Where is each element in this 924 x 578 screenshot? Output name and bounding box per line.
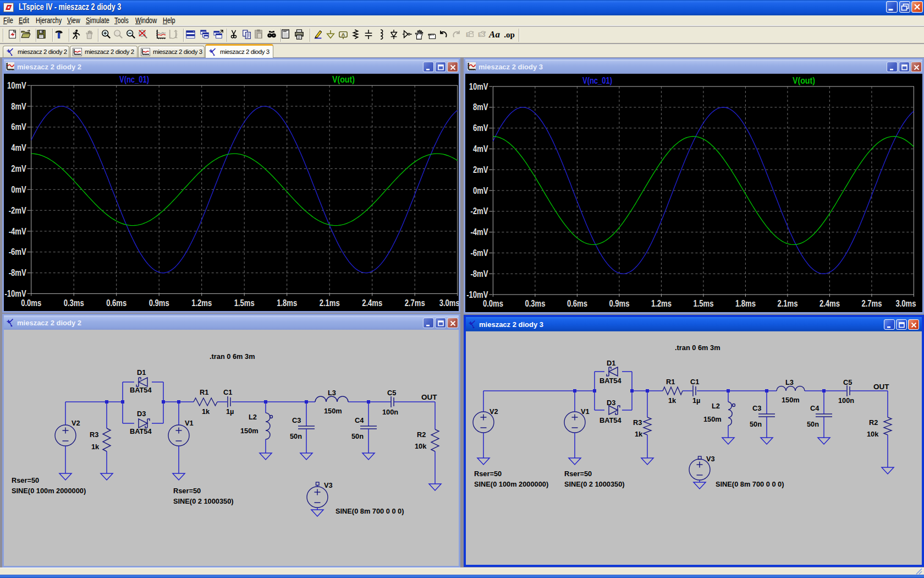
svg-text:3.0ms: 3.0ms bbox=[439, 298, 459, 308]
svg-text:1.5ms: 1.5ms bbox=[693, 299, 713, 308]
svg-text:0.3ms: 0.3ms bbox=[64, 298, 84, 308]
svg-text:C5: C5 bbox=[843, 378, 852, 386]
svg-text:1µ: 1µ bbox=[692, 396, 701, 405]
svg-text:SINE(0 100m 2000000): SINE(0 100m 2000000) bbox=[12, 487, 86, 495]
svg-text:6mV: 6mV bbox=[473, 123, 488, 133]
svg-text:10k: 10k bbox=[867, 430, 879, 438]
svg-text:C4: C4 bbox=[355, 416, 364, 424]
svg-text:V3: V3 bbox=[324, 481, 333, 489]
svg-text:150m: 150m bbox=[703, 415, 722, 423]
svg-text:R1: R1 bbox=[666, 378, 675, 386]
svg-text:4mV: 4mV bbox=[11, 143, 26, 152]
svg-text:-10mV: -10mV bbox=[5, 289, 26, 298]
svg-text:V2: V2 bbox=[72, 419, 80, 427]
svg-text:2.1ms: 2.1ms bbox=[777, 299, 798, 308]
svg-text:2.1ms: 2.1ms bbox=[320, 298, 340, 308]
svg-text:V3: V3 bbox=[706, 455, 715, 463]
svg-text:OUT: OUT bbox=[421, 393, 437, 401]
svg-text:1.2ms: 1.2ms bbox=[191, 298, 212, 308]
svg-text:A: A bbox=[342, 32, 345, 37]
svg-text:-8mV: -8mV bbox=[470, 269, 488, 279]
svg-text:BAT54: BAT54 bbox=[600, 416, 622, 424]
svg-text:6mV: 6mV bbox=[11, 122, 26, 132]
svg-text:R3: R3 bbox=[633, 418, 642, 427]
svg-text:SINE(0 100m 2000000): SINE(0 100m 2000000) bbox=[474, 480, 548, 488]
svg-text:OUT: OUT bbox=[873, 383, 889, 391]
svg-text:0.9ms: 0.9ms bbox=[609, 299, 629, 308]
svg-text:.tran 0 6m 3m: .tran 0 6m 3m bbox=[675, 343, 721, 352]
svg-text:100n: 100n bbox=[838, 396, 854, 405]
svg-text:2mV: 2mV bbox=[473, 165, 488, 175]
svg-text:L3: L3 bbox=[785, 378, 794, 386]
svg-text:50n: 50n bbox=[807, 420, 819, 428]
svg-text:V2: V2 bbox=[490, 407, 498, 416]
svg-text:2mV: 2mV bbox=[11, 164, 26, 173]
svg-text:0.3ms: 0.3ms bbox=[525, 299, 545, 308]
svg-text:2.7ms: 2.7ms bbox=[861, 299, 882, 308]
svg-text:V(nc_01): V(nc_01) bbox=[582, 76, 612, 85]
svg-text:.tran 0 6m 3m: .tran 0 6m 3m bbox=[210, 352, 255, 361]
svg-text:C4: C4 bbox=[810, 404, 820, 412]
svg-text:SINE(0 2 1000350): SINE(0 2 1000350) bbox=[564, 480, 625, 488]
svg-text:1k: 1k bbox=[91, 443, 100, 451]
svg-text:1.2ms: 1.2ms bbox=[651, 299, 672, 308]
svg-text:1k: 1k bbox=[635, 430, 643, 438]
svg-text:R2: R2 bbox=[417, 430, 426, 439]
svg-text:-8mV: -8mV bbox=[9, 268, 26, 277]
svg-text:0.0ms: 0.0ms bbox=[483, 299, 503, 308]
svg-text:1µ: 1µ bbox=[226, 407, 234, 416]
svg-text:0.6ms: 0.6ms bbox=[567, 299, 587, 308]
svg-text:D1: D1 bbox=[137, 368, 146, 377]
svg-text:-10mV: -10mV bbox=[466, 290, 488, 299]
svg-text:-2mV: -2mV bbox=[470, 206, 488, 216]
svg-text:SINE(0 8m 700 0 0 0): SINE(0 8m 700 0 0 0) bbox=[716, 480, 784, 488]
svg-text:V1: V1 bbox=[185, 419, 194, 427]
svg-text:8mV: 8mV bbox=[11, 102, 26, 111]
svg-text:C3: C3 bbox=[292, 416, 301, 424]
svg-text:1.8ms: 1.8ms bbox=[735, 299, 756, 308]
svg-text:3: 3 bbox=[482, 31, 486, 38]
svg-text:Rser=50: Rser=50 bbox=[12, 476, 39, 484]
svg-text:-6mV: -6mV bbox=[9, 247, 26, 257]
svg-text:C5: C5 bbox=[387, 389, 396, 397]
svg-text:1k: 1k bbox=[202, 407, 210, 416]
svg-text:V(out): V(out) bbox=[793, 76, 815, 85]
svg-text:BAT54: BAT54 bbox=[130, 427, 152, 435]
svg-text:150m: 150m bbox=[782, 396, 800, 404]
svg-text:BAT54: BAT54 bbox=[130, 386, 152, 394]
svg-text:V(out): V(out) bbox=[332, 75, 355, 84]
svg-text:0.0ms: 0.0ms bbox=[21, 298, 41, 308]
svg-text:10mV: 10mV bbox=[7, 81, 26, 90]
svg-text:0mV: 0mV bbox=[11, 185, 26, 194]
svg-text:D1: D1 bbox=[607, 359, 615, 367]
svg-text:3.0ms: 3.0ms bbox=[895, 299, 916, 308]
svg-text:-2mV: -2mV bbox=[9, 206, 26, 215]
svg-text:C1: C1 bbox=[690, 378, 699, 386]
svg-text:L2: L2 bbox=[712, 402, 720, 410]
svg-text:-6mV: -6mV bbox=[470, 248, 488, 258]
svg-text:2.4ms: 2.4ms bbox=[820, 299, 840, 308]
svg-text:2.4ms: 2.4ms bbox=[362, 298, 382, 308]
svg-text:C1: C1 bbox=[223, 388, 232, 396]
svg-text:150m: 150m bbox=[324, 407, 342, 415]
svg-text:-4mV: -4mV bbox=[9, 227, 26, 236]
svg-text:10mV: 10mV bbox=[469, 82, 488, 91]
svg-text:100n: 100n bbox=[382, 408, 398, 416]
svg-text:Rser=50: Rser=50 bbox=[173, 487, 201, 495]
svg-text:-4mV: -4mV bbox=[470, 227, 488, 237]
svg-text:150m: 150m bbox=[240, 427, 258, 435]
svg-text:L3: L3 bbox=[328, 389, 336, 397]
svg-text:L2: L2 bbox=[249, 413, 257, 421]
svg-text:C3: C3 bbox=[752, 404, 761, 412]
svg-text:D3: D3 bbox=[607, 399, 615, 407]
svg-text:SINE(0 2 1000350): SINE(0 2 1000350) bbox=[173, 497, 234, 505]
svg-text:SINE(0 8m 700 0 0 0): SINE(0 8m 700 0 0 0) bbox=[336, 507, 404, 515]
svg-text:0mV: 0mV bbox=[473, 186, 488, 195]
svg-text:R2: R2 bbox=[869, 418, 878, 427]
svg-text:10k: 10k bbox=[415, 442, 427, 450]
svg-text:1.5ms: 1.5ms bbox=[234, 298, 255, 308]
svg-text:4mV: 4mV bbox=[473, 144, 488, 154]
svg-text:50n: 50n bbox=[290, 432, 302, 440]
svg-text:8mV: 8mV bbox=[473, 102, 488, 112]
svg-text:0.9ms: 0.9ms bbox=[149, 298, 169, 308]
